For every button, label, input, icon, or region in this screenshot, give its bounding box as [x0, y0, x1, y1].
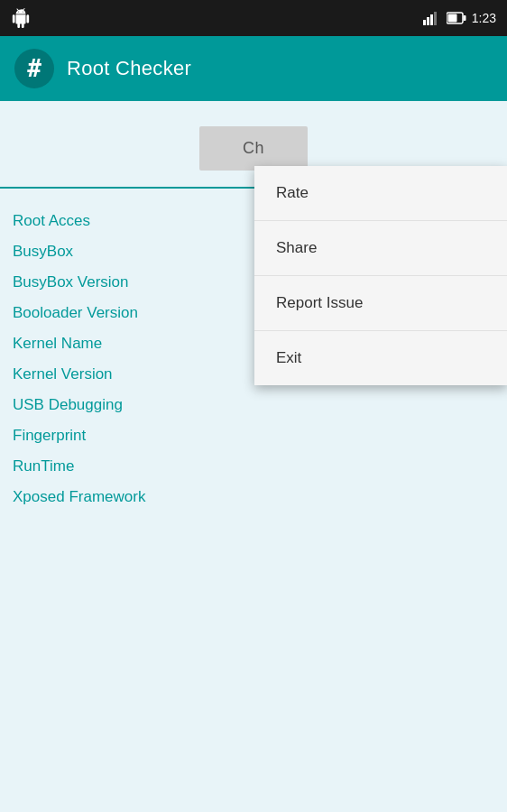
- dropdown-menu: Rate Share Report Issue Exit: [254, 166, 507, 385]
- svg-rect-6: [463, 15, 466, 21]
- dropdown-item-exit[interactable]: Exit: [254, 331, 507, 385]
- info-item-usb-debugging[interactable]: USB Debugging: [13, 392, 494, 418]
- info-item-runtime[interactable]: RunTime: [13, 454, 494, 479]
- battery-icon: [447, 12, 466, 24]
- android-icon: [11, 8, 31, 28]
- dropdown-item-rate[interactable]: Rate: [254, 166, 507, 221]
- svg-rect-0: [423, 20, 426, 25]
- svg-rect-5: [447, 14, 456, 23]
- signal-icon: [423, 11, 441, 25]
- check-button[interactable]: Ch: [199, 126, 308, 171]
- app-bar: # Root Checker: [0, 36, 507, 101]
- status-bar-right: 1:23: [423, 11, 496, 25]
- app-title: Root Checker: [67, 57, 191, 80]
- dropdown-item-share[interactable]: Share: [254, 221, 507, 276]
- svg-rect-1: [427, 17, 429, 25]
- svg-rect-3: [434, 12, 437, 25]
- svg-rect-2: [430, 14, 433, 25]
- info-item-fingerprint[interactable]: Fingerprint: [13, 423, 494, 448]
- time-display: 1:23: [472, 11, 496, 25]
- status-bar-left: [11, 8, 31, 28]
- status-bar: 1:23: [0, 0, 507, 36]
- info-item-xposed-framework[interactable]: Xposed Framework: [13, 484, 494, 510]
- main-content: Ch Root Acces BusyBox BusyBox Version Bo…: [0, 101, 507, 812]
- app-icon: #: [14, 49, 54, 88]
- dropdown-item-report-issue[interactable]: Report Issue: [254, 276, 507, 331]
